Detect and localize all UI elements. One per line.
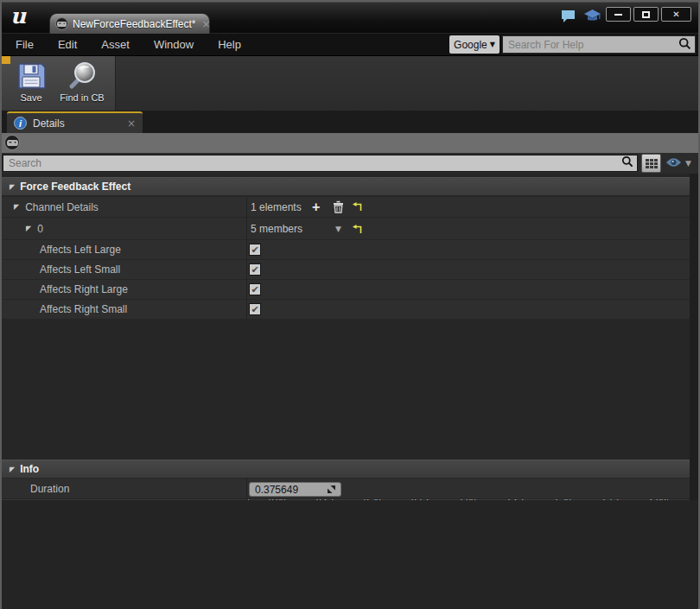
asset-header-strip <box>2 133 698 153</box>
find-in-cb-magnifier-icon <box>67 60 98 92</box>
save-floppy-icon <box>16 60 47 92</box>
duration-field[interactable]: 0.375649 <box>249 482 341 497</box>
add-element-button[interactable]: + <box>312 200 320 214</box>
panel-tab-strip: i Details × <box>2 111 698 133</box>
close-button[interactable]: ✕ <box>661 7 691 22</box>
eye-icon <box>665 155 682 171</box>
menu-help[interactable]: Help <box>206 38 253 51</box>
row-channel-0[interactable]: ◤ 0 5 members ▼ <box>2 218 690 240</box>
delete-elements-button[interactable] <box>333 200 344 216</box>
affects-left-large-checkbox[interactable]: ✔ <box>249 244 261 256</box>
menu-edit[interactable]: Edit <box>46 38 89 51</box>
save-button[interactable]: Save <box>6 59 56 108</box>
view-options-button[interactable]: ▼ <box>665 155 691 171</box>
reset-to-default-icon[interactable] <box>352 225 362 237</box>
menu-asset[interactable]: Asset <box>89 38 142 51</box>
category-info[interactable]: ◤ Info <box>2 460 690 479</box>
details-property-grid: ◤ Force Feedback Effect ◤ Channel Detail… <box>2 174 698 609</box>
tutorial-graduation-cap-icon[interactable] <box>583 9 601 27</box>
menu-bar: File Edit Asset Window Help Google ▼ <box>2 34 698 56</box>
toolbar: Save Find in CB <box>2 56 698 111</box>
members-dropdown-caret-icon[interactable]: ▼ <box>335 225 341 233</box>
scrollbar-track[interactable] <box>690 174 698 500</box>
drag-spinner-icon[interactable] <box>328 484 335 496</box>
maximize-button[interactable] <box>633 7 659 22</box>
help-search-box <box>502 35 696 54</box>
row-channel-details[interactable]: ◤ Channel Details 1 elements + <box>2 197 690 218</box>
details-search-magnifier-icon <box>621 155 637 171</box>
row-affects-right-large[interactable]: Affects Right Large ✔ <box>2 280 690 300</box>
reset-to-default-icon[interactable] <box>352 202 362 214</box>
details-tab-label: Details <box>33 117 65 130</box>
details-info-icon: i <box>14 117 27 130</box>
details-search-input[interactable] <box>3 157 621 169</box>
asset-document-tab[interactable]: NewForceFeedbackEffect* × <box>49 13 210 34</box>
gamepad-asset-icon <box>4 135 20 150</box>
feedback-chat-icon[interactable] <box>560 9 576 27</box>
affects-left-small-checkbox[interactable]: ✔ <box>249 263 261 276</box>
affects-right-large-checkbox[interactable]: ✔ <box>249 283 261 295</box>
details-tab-close-icon[interactable]: × <box>127 117 136 130</box>
chevron-down-icon: ▼ <box>685 159 691 168</box>
row-duration: Duration 0.375649 <box>2 479 690 499</box>
find-in-cb-button[interactable]: Find in CB <box>57 59 107 108</box>
menu-window[interactable]: Window <box>142 38 206 51</box>
property-matrix-button[interactable] <box>641 154 661 173</box>
force-feedback-asset-icon <box>55 17 68 30</box>
row-affects-left-small[interactable]: Affects Left Small ✔ <box>2 260 690 280</box>
google-search-engine-button[interactable]: Google ▼ <box>449 35 500 54</box>
help-search-input[interactable] <box>503 36 678 53</box>
details-search-box <box>3 155 638 172</box>
row-affects-right-small[interactable]: Affects Right Small ✔ <box>2 300 690 320</box>
save-label: Save <box>20 92 41 103</box>
asset-tab-label: NewForceFeedbackEffect* <box>73 18 196 30</box>
find-in-cb-label: Find in CB <box>60 92 104 103</box>
menu-file[interactable]: File <box>2 38 46 51</box>
unreal-engine-logo: u <box>10 3 26 29</box>
expanded-arrow-icon: ◤ <box>10 466 15 473</box>
unreal-editor-window: u NewForceFeedbackEffect* × ✕ File Edit … <box>0 0 700 609</box>
details-search-row: ▼ <box>2 153 698 174</box>
asset-tab-close-icon[interactable]: × <box>202 18 211 30</box>
affects-right-small-checkbox[interactable]: ✔ <box>249 303 261 315</box>
expanded-arrow-icon: ◤ <box>26 225 31 232</box>
row-affects-left-large[interactable]: Affects Left Large ✔ <box>2 240 690 260</box>
title-bar: u NewForceFeedbackEffect* × ✕ <box>2 2 698 33</box>
expanded-arrow-icon: ◤ <box>14 203 19 211</box>
empty-area <box>2 500 698 609</box>
help-search-magnifier-icon <box>678 37 695 53</box>
grid-icon <box>646 159 658 168</box>
minimize-button[interactable] <box>606 7 631 22</box>
duration-value: 0.375649 <box>255 484 298 496</box>
details-tab[interactable]: i Details × <box>7 111 143 133</box>
category-force-feedback-effect[interactable]: ◤ Force Feedback Effect <box>2 177 690 196</box>
expanded-arrow-icon: ◤ <box>10 183 15 191</box>
